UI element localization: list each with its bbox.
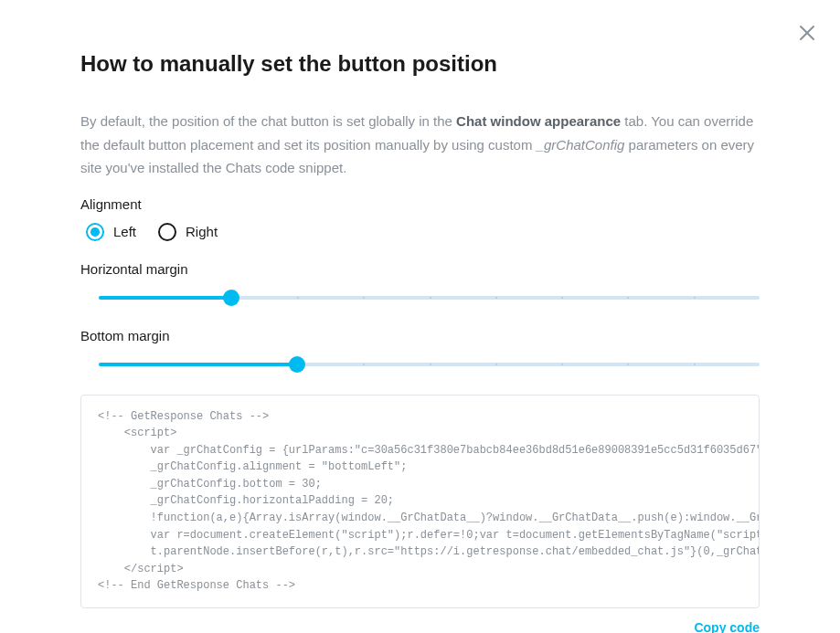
alignment-radio-group: Left Right <box>80 223 760 241</box>
alignment-radio-left[interactable]: Left <box>86 223 136 241</box>
slider-fill <box>99 363 297 366</box>
alignment-radio-right[interactable]: Right <box>158 223 218 241</box>
modal-description: By default, the position of the chat but… <box>80 110 760 180</box>
bottom-margin-label: Bottom margin <box>80 328 760 343</box>
radio-label: Right <box>186 224 218 239</box>
bottom-margin-slider[interactable] <box>99 354 760 375</box>
alignment-label: Alignment <box>80 196 760 212</box>
slider-thumb[interactable] <box>289 356 305 373</box>
radio-icon <box>86 223 104 241</box>
code-snippet: <!-- GetResponse Chats --> <script> var … <box>80 395 760 609</box>
horizontal-margin-section: Horizontal margin <box>80 261 760 308</box>
horizontal-margin-label: Horizontal margin <box>80 261 760 277</box>
horizontal-margin-slider[interactable] <box>99 288 760 308</box>
radio-label: Left <box>113 224 136 239</box>
copy-code-link[interactable]: Copy code <box>694 620 760 633</box>
copy-code-row: Copy code <box>80 619 760 633</box>
modal-title: How to manually set the button position <box>80 51 760 77</box>
close-icon[interactable] <box>796 22 818 44</box>
slider-fill <box>99 296 231 300</box>
slider-thumb[interactable] <box>223 290 239 306</box>
bottom-margin-section: Bottom margin <box>80 328 760 375</box>
modal-content: How to manually set the button position … <box>0 0 840 633</box>
radio-icon <box>158 223 176 241</box>
